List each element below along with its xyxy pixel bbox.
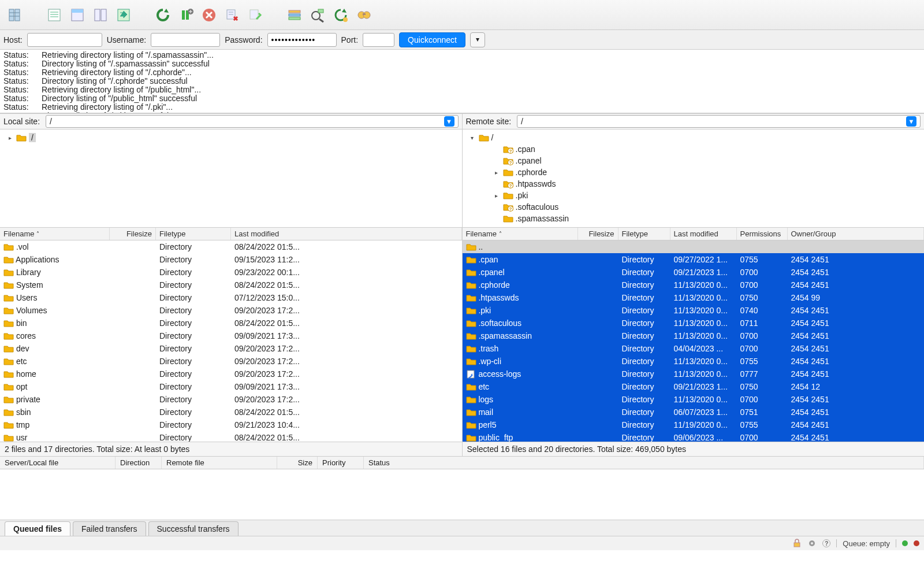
disconnect-button[interactable]	[222, 5, 243, 25]
table-row[interactable]: .pkiDirectory11/13/2020 0...07402454 245…	[463, 304, 925, 317]
help-icon[interactable]: ?	[822, 539, 830, 547]
password-label: Password:	[225, 35, 262, 45]
table-row[interactable]: mailDirectory06/07/2023 1...07512454 245…	[463, 406, 925, 418]
symlink-icon	[466, 369, 476, 379]
gear-icon[interactable]	[807, 539, 817, 548]
reconnect-button[interactable]	[245, 5, 266, 25]
table-row[interactable]: devDirectory09/20/2023 17:2...	[0, 342, 462, 355]
transfer-queue: Server/Local file Direction Remote file …	[0, 457, 924, 520]
tree-node[interactable]: .htpasswds	[516, 179, 556, 188]
table-row[interactable]: .volDirectory08/24/2022 01:5...	[0, 240, 462, 253]
table-row[interactable]: etcDirectory09/20/2023 17:2...	[0, 355, 462, 368]
tree-node[interactable]: .spamassassin	[516, 214, 569, 223]
compare-button[interactable]	[307, 5, 328, 25]
table-row[interactable]: .spamassassinDirectory11/13/2020 0...070…	[463, 329, 925, 342]
svg-rect-4	[15, 9, 20, 21]
table-row[interactable]: UsersDirectory07/12/2023 15:0...	[0, 291, 462, 304]
parent-dir-row[interactable]: ..	[463, 240, 925, 253]
status-label: Status:	[3, 94, 30, 103]
local-tree[interactable]: ▸ /	[0, 129, 462, 228]
search-button[interactable]	[353, 5, 374, 25]
table-row[interactable]: binDirectory08/24/2022 01:5...	[0, 317, 462, 329]
table-row[interactable]: public_ftpDirectory09/06/2023 ...0700245…	[463, 431, 925, 442]
tree-node[interactable]: .cpanel	[516, 156, 542, 165]
table-row[interactable]: privateDirectory09/20/2023 17:2...	[0, 393, 462, 406]
table-row[interactable]: .cpanelDirectory09/21/2023 1...07002454 …	[463, 266, 925, 279]
local-list-header[interactable]: Filename˄ Filesize Filetype Last modifie…	[0, 228, 462, 240]
remote-file-list[interactable]: Filename˄ Filesize Filetype Last modifie…	[463, 228, 925, 442]
password-input[interactable]	[267, 33, 337, 47]
table-row[interactable]: LibraryDirectory09/23/2022 00:1...	[0, 266, 462, 279]
status-log[interactable]: Status:Retrieving directory listing of "…	[0, 50, 924, 113]
table-row[interactable]: usrDirectory08/24/2022 01:5...	[0, 431, 462, 442]
refresh-button[interactable]	[152, 5, 173, 25]
folder-unknown-icon	[503, 179, 513, 189]
table-row[interactable]: .wp-cliDirectory11/13/2020 0...07552454 …	[463, 355, 925, 368]
table-row[interactable]: .cpanDirectory09/27/2022 1...07552454 24…	[463, 253, 925, 266]
table-row[interactable]: .htpasswdsDirectory11/13/2020 0...075024…	[463, 291, 925, 304]
tab-successful-transfers[interactable]: Successful transfers	[148, 521, 239, 536]
status-label: Status:	[3, 51, 30, 60]
table-row[interactable]: SystemDirectory08/24/2022 01:5...	[0, 279, 462, 291]
port-input[interactable]	[363, 33, 394, 47]
tree-node[interactable]: .cphorde	[516, 168, 547, 177]
svg-rect-3	[9, 9, 14, 21]
table-row[interactable]: sbinDirectory08/24/2022 01:5...	[0, 406, 462, 418]
tree-node[interactable]: .softaculous	[516, 202, 559, 212]
toggle-remote-tree-button[interactable]	[90, 5, 111, 25]
toggle-queue-button[interactable]	[113, 5, 134, 25]
queue-tabs: Queued files Failed transfers Successful…	[0, 520, 924, 536]
quickconnect-button[interactable]: Quickconnect	[399, 32, 465, 47]
table-row[interactable]: optDirectory09/09/2021 17:3...	[0, 380, 462, 393]
table-row[interactable]: access-logsDirectory11/13/2020 0...07772…	[463, 368, 925, 380]
table-row[interactable]: etcDirectory09/21/2023 1...07502454 12	[463, 380, 925, 393]
table-row[interactable]: .softaculousDirectory11/13/2020 0...0711…	[463, 317, 925, 329]
table-row[interactable]: .cphordeDirectory11/13/2020 0...07002454…	[463, 279, 925, 291]
status-message: Directory listing of "/public_html" succ…	[42, 94, 197, 103]
table-row[interactable]: VolumesDirectory09/20/2023 17:2...	[0, 304, 462, 317]
queue-header[interactable]: Server/Local file Direction Remote file …	[0, 457, 924, 469]
sync-browsing-button[interactable]	[330, 5, 351, 25]
quickconnect-history-button[interactable]: ▾	[470, 32, 485, 47]
host-label: Host:	[3, 35, 23, 45]
folder-icon	[466, 292, 476, 303]
username-input[interactable]	[151, 33, 220, 47]
tree-caret-icon[interactable]: ▸	[6, 135, 14, 141]
toggle-local-tree-button[interactable]	[67, 5, 88, 25]
tab-failed-transfers[interactable]: Failed transfers	[73, 521, 146, 536]
remote-status: Selected 16 files and 20 directories. To…	[463, 442, 925, 456]
cancel-button[interactable]	[199, 5, 219, 25]
remote-path-field[interactable]: / ▼	[517, 115, 921, 128]
table-row[interactable]: logsDirectory11/13/2020 0...07002454 245…	[463, 393, 925, 406]
queue-body[interactable]	[0, 469, 924, 520]
local-tree-root[interactable]: /	[29, 133, 36, 142]
table-row[interactable]: perl5Directory11/19/2020 0...07552454 24…	[463, 418, 925, 431]
tree-node[interactable]: .cpan	[516, 144, 535, 154]
folder-icon	[3, 242, 14, 252]
tab-queued-files[interactable]: Queued files	[5, 521, 70, 536]
local-path-field[interactable]: / ▼	[46, 115, 458, 128]
toggle-log-button[interactable]	[44, 5, 65, 25]
local-file-list[interactable]: Filename˄ Filesize Filetype Last modifie…	[0, 228, 462, 442]
tree-caret-icon[interactable]: ▸	[493, 169, 501, 176]
local-path-dropdown-icon[interactable]: ▼	[444, 116, 454, 127]
remote-list-header[interactable]: Filename˄ Filesize Filetype Last modifie…	[463, 228, 925, 240]
table-row[interactable]: tmpDirectory09/21/2023 10:4...	[0, 418, 462, 431]
table-row[interactable]: homeDirectory09/20/2023 17:2...	[0, 368, 462, 380]
table-row[interactable]: ApplicationsDirectory09/15/2023 11:2...	[0, 253, 462, 266]
tree-caret-icon[interactable]: ▾	[468, 135, 476, 141]
site-manager-button[interactable]	[5, 5, 25, 25]
bottom-status-bar: ? Queue: empty	[0, 536, 924, 550]
process-queue-button[interactable]	[176, 5, 196, 25]
tree-node[interactable]: .pki	[516, 191, 528, 200]
remote-tree[interactable]: ▾/.cpan.cpanel▸.cphorde.htpasswds▸.pki.s…	[463, 129, 925, 228]
tree-node[interactable]: /	[491, 133, 494, 142]
tree-caret-icon[interactable]: ▸	[493, 192, 501, 199]
filter-button[interactable]	[284, 5, 305, 25]
host-input[interactable]	[27, 33, 102, 47]
table-row[interactable]: coresDirectory09/09/2021 17:3...	[0, 329, 462, 342]
svg-rect-23	[289, 14, 300, 16]
svg-rect-32	[794, 543, 800, 547]
remote-path-dropdown-icon[interactable]: ▼	[906, 116, 916, 127]
table-row[interactable]: .trashDirectory04/04/2023 ...07002454 24…	[463, 342, 925, 355]
